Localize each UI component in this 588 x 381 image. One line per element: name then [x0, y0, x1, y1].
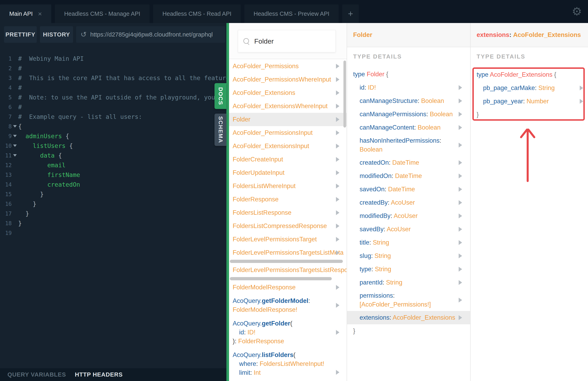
- type-field-row[interactable]: modifiedOn: DateTime: [347, 169, 470, 183]
- line-number: 8: [0, 123, 12, 129]
- type-field-row[interactable]: permissions:[AcoFolder_Permissions!]: [347, 289, 470, 311]
- docs-list-item[interactable]: FolderUpdateInput: [229, 166, 347, 179]
- type-field-row[interactable]: type: String: [347, 263, 470, 276]
- docs-list-item[interactable]: FolderLevelPermissionsTargetsListRespo: [229, 263, 347, 277]
- endpoint-url-field[interactable]: ↺ https://d2785gi4qi6pw8.cloudfront.net/…: [76, 26, 225, 43]
- type-field-row[interactable]: canManageStructure: Boolean: [347, 94, 470, 107]
- editor-line: 8{: [0, 122, 226, 131]
- chevron-right-icon: [459, 315, 462, 320]
- line-number: 10: [0, 143, 12, 149]
- add-tab-button[interactable]: +: [342, 4, 359, 23]
- line-number: 2: [0, 65, 12, 71]
- docs-list-item[interactable]: FolderModelResponse: [229, 281, 347, 294]
- settings-gear-icon[interactable]: ⚙: [572, 1, 582, 22]
- type-field-row[interactable]: savedOn: DateTime: [347, 183, 470, 196]
- chevron-right-icon: [336, 197, 339, 202]
- chevron-right-icon: [459, 254, 462, 258]
- chevron-right-icon: [459, 240, 462, 245]
- close-brace: }: [347, 324, 470, 338]
- type-field-row[interactable]: id: ID!: [347, 81, 470, 94]
- type-details-label: TYPE DETAILS: [353, 53, 402, 60]
- line-number: 7: [0, 114, 12, 120]
- docs-list-item[interactable]: FoldersListWhereInput: [229, 179, 347, 193]
- type-field-row[interactable]: createdOn: DateTime: [347, 156, 470, 169]
- docs-list-item[interactable]: AcoFolder_ExtensionsWhereInput: [229, 100, 347, 113]
- extensions-details-panel: extensions: AcoFolder_Extensions TYPE DE…: [470, 23, 588, 381]
- close-icon[interactable]: ×: [38, 10, 42, 17]
- tab-headless-cms-read-api[interactable]: Headless CMS - Read API: [153, 4, 241, 23]
- fold-arrow-icon[interactable]: [13, 125, 17, 127]
- docs-list-item[interactable]: FoldersListCompressedResponse: [229, 219, 347, 233]
- editor-line: 15 }: [0, 189, 226, 199]
- docs-side-tab[interactable]: DOCS: [214, 83, 226, 109]
- prettify-button[interactable]: PRETTIFY: [4, 26, 37, 43]
- extensions-fields-list: type AcoFolder_Extensions {pb_page_carMa…: [471, 68, 588, 121]
- type-field-row[interactable]: pb_page_carMake: String: [471, 81, 588, 95]
- editor-line: 13 firstName: [0, 170, 226, 180]
- type-details-panel: Folder TYPE DETAILS type Folder {id: ID!…: [347, 23, 470, 381]
- type-field-row[interactable]: canManagePermissions: Boolean: [347, 107, 470, 121]
- chevron-right-icon: [336, 157, 339, 162]
- line-number: 1: [0, 56, 12, 62]
- type-field-row[interactable]: savedBy: AcoUser: [347, 223, 470, 236]
- fold-arrow-icon[interactable]: [13, 145, 17, 147]
- type-field-row[interactable]: title: String: [347, 236, 470, 249]
- chevron-right-icon: [459, 280, 462, 285]
- chevron-right-icon: [459, 112, 462, 117]
- docs-list-item[interactable]: FolderResponse: [229, 193, 347, 206]
- query-editor[interactable]: 1# Webiny Main API2#3# This is the core …: [0, 46, 226, 368]
- type-field-row[interactable]: canManageContent: Boolean: [347, 121, 470, 134]
- docs-list-item[interactable]: FolderLevelPermissionsTargetsListMeta: [229, 246, 347, 259]
- reload-icon[interactable]: ↺: [81, 30, 86, 39]
- docs-list-item[interactable]: FoldersListResponse: [229, 206, 347, 219]
- fold-arrow-icon[interactable]: [13, 154, 17, 157]
- editor-line: 1# Webiny Main API: [0, 54, 226, 63]
- schema-side-tab[interactable]: SCHEMA: [214, 114, 226, 146]
- docs-list-item[interactable]: FolderLevelPermissionsTarget: [229, 233, 347, 246]
- docs-list-item[interactable]: AcoQuery.getFolder(id: ID!): FolderRespo…: [229, 317, 347, 348]
- line-number: 4: [0, 85, 12, 91]
- chevron-right-icon: [459, 143, 462, 148]
- horizontal-scrollbar[interactable]: [229, 259, 347, 263]
- tab-headless-cms-preview-api[interactable]: Headless CMS - Preview API: [244, 4, 339, 23]
- query-variables-tab[interactable]: QUERY VARIABLES: [7, 371, 66, 378]
- docs-list-item[interactable]: AcoFolder_PermissionsWhereInput: [229, 73, 347, 86]
- tab-headless-cms-manage-api[interactable]: Headless CMS - Manage API: [55, 4, 149, 23]
- docs-list-item[interactable]: Folder: [229, 113, 347, 126]
- tab-label: Headless CMS - Preview API: [254, 10, 330, 17]
- line-number: 14: [0, 181, 12, 188]
- docs-list-item[interactable]: FolderCreateInput: [229, 153, 347, 166]
- chevron-right-icon: [336, 210, 339, 215]
- docs-list-item[interactable]: AcoFolder_PermissionsInput: [229, 126, 347, 139]
- tab-main-api[interactable]: Main API×: [0, 4, 51, 23]
- docs-list-item[interactable]: AcoQuery.listFolders(where: FoldersListW…: [229, 348, 347, 380]
- docs-search-input[interactable]: Folder: [238, 30, 336, 52]
- docs-type-list: AcoFolder_PermissionsAcoFolder_Permissio…: [229, 60, 347, 381]
- line-number: 15: [0, 191, 12, 197]
- vertical-scrollbar[interactable]: [343, 61, 346, 127]
- docs-list-item[interactable]: AcoFolder_Permissions: [229, 60, 347, 73]
- type-field-row[interactable]: pb_page_year: Number: [471, 95, 588, 108]
- type-details-label: TYPE DETAILS: [477, 53, 525, 60]
- type-field-row[interactable]: slug: String: [347, 249, 470, 263]
- chevron-right-icon: [459, 187, 462, 192]
- docs-list-item[interactable]: AcoQuery.getFolderModel:FolderModelRespo…: [229, 294, 347, 317]
- type-field-row[interactable]: extensions: AcoFolder_Extensions: [347, 311, 470, 324]
- chevron-right-icon: [459, 85, 462, 90]
- docs-list-item[interactable]: AcoFolder_ExtensionsInput: [229, 139, 347, 153]
- type-field-row[interactable]: modifiedBy: AcoUser: [347, 209, 470, 223]
- panel-divider[interactable]: [226, 23, 229, 381]
- editor-column: PRETTIFY HISTORY ↺ https://d2785gi4qi6pw…: [0, 23, 226, 381]
- chevron-right-icon: [336, 77, 339, 82]
- horizontal-scrollbar[interactable]: [229, 277, 347, 281]
- docs-list-item[interactable]: AcoFolder_Extensions: [229, 86, 347, 100]
- type-field-row[interactable]: createdBy: AcoUser: [347, 196, 470, 209]
- type-field-row[interactable]: hasNonInheritedPermissions:Boolean: [347, 134, 470, 156]
- line-number: 16: [0, 201, 12, 207]
- tabs-container: Main API×Headless CMS - Manage APIHeadle…: [0, 4, 359, 23]
- fold-arrow-icon[interactable]: [13, 135, 17, 137]
- http-headers-tab[interactable]: HTTP HEADERS: [75, 371, 123, 378]
- history-button[interactable]: HISTORY: [40, 26, 73, 43]
- type-field-row[interactable]: parentId: String: [347, 276, 470, 289]
- chevron-right-icon: [336, 237, 339, 242]
